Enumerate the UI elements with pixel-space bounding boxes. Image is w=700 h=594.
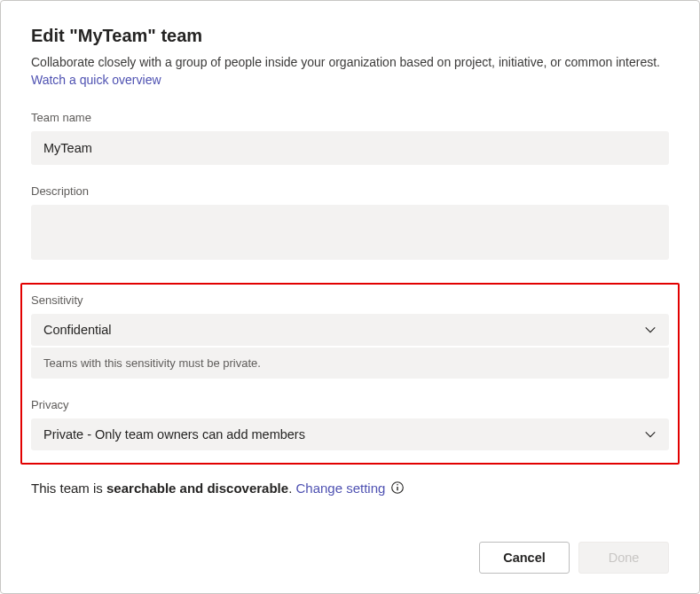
change-setting-link[interactable]: Change setting (295, 481, 385, 496)
highlighted-section: Sensitivity Confidential Teams with this… (20, 283, 680, 465)
privacy-value: Private - Only team owners can add membe… (43, 427, 305, 442)
team-name-field: Team name (31, 111, 669, 165)
sensitivity-field: Sensitivity Confidential Teams with this… (31, 293, 669, 379)
description-label: Description (31, 184, 669, 198)
description-field: Description (31, 184, 669, 263)
done-button[interactable]: Done (578, 542, 669, 574)
sensitivity-value: Confidential (43, 323, 112, 337)
team-name-label: Team name (31, 111, 669, 124)
discoverability-status: This team is searchable and discoverable… (31, 481, 669, 496)
dialog-title: Edit "MyTeam" team (31, 26, 669, 46)
dialog-subtitle: Collaborate closely with a group of peop… (31, 53, 669, 90)
status-bold: searchable and discoverable (106, 481, 288, 496)
edit-team-dialog: Edit "MyTeam" team Collaborate closely w… (0, 0, 700, 594)
privacy-field: Privacy Private - Only team owners can a… (31, 398, 669, 450)
sensitivity-dropdown[interactable]: Confidential (31, 314, 669, 346)
chevron-down-icon (644, 428, 657, 441)
dialog-footer: Cancel Done (479, 542, 669, 574)
privacy-dropdown[interactable]: Private - Only team owners can add membe… (31, 418, 669, 450)
sensitivity-label: Sensitivity (31, 293, 669, 307)
watch-overview-link[interactable]: Watch a quick overview (31, 73, 161, 87)
cancel-button[interactable]: Cancel (479, 542, 570, 574)
team-name-input[interactable] (31, 131, 669, 165)
privacy-label: Privacy (31, 398, 669, 411)
status-prefix: This team is searchable and discoverable… (31, 481, 385, 496)
description-input[interactable] (31, 205, 669, 260)
chevron-down-icon (644, 324, 657, 336)
sensitivity-helper: Teams with this sensitivity must be priv… (31, 347, 669, 379)
info-icon[interactable] (390, 481, 405, 495)
svg-point-2 (397, 484, 399, 486)
subtitle-text: Collaborate closely with a group of peop… (31, 55, 660, 69)
